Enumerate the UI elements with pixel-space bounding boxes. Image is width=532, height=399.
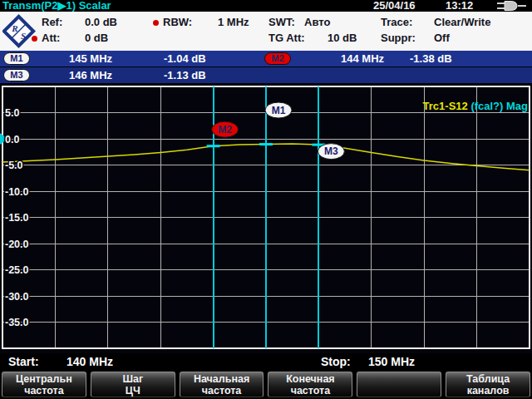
softkey-bar: Центральнчастота ШагЦЧ Начальнаячастота … xyxy=(0,370,532,399)
softkey-stop-frequency[interactable]: Конечнаячастота xyxy=(268,372,352,397)
date-text: 25/04/16 xyxy=(373,0,416,12)
softkey-cf-step[interactable]: ШагЦЧ xyxy=(91,372,175,397)
suppr-value: Off xyxy=(434,32,450,44)
att-value: 0 dB xyxy=(85,32,108,44)
y-tick-label: 5.0 xyxy=(5,107,19,119)
marker-readout-bar: M1 145 MHz -1.04 dB M2 144 MHz -1.38 dB … xyxy=(0,51,532,83)
ref-value: 0.0 dB xyxy=(85,17,117,28)
rbw-label: RBW: xyxy=(163,17,192,28)
marker-badge-m3: M3 xyxy=(3,69,30,81)
marker-badge-m1: M1 xyxy=(3,52,30,65)
softkey-channel-table[interactable]: Таблицаканалов xyxy=(446,372,530,397)
y-tick-label: -30.0 xyxy=(5,291,29,303)
marker-m1-level: -1.04 dB xyxy=(164,51,206,66)
trace-name-text: Trc1-S12 xyxy=(423,100,468,112)
marker-m3-freq: 146 MHz xyxy=(69,67,112,83)
tg-att-value: 10 dB xyxy=(328,32,357,44)
ac-plug-icon xyxy=(496,1,528,11)
att-label: Att: xyxy=(42,32,60,44)
softkey-center-frequency[interactable]: Центральнчастота xyxy=(2,372,86,397)
start-value: 140 MHz xyxy=(66,355,113,369)
title-bar: Transm(P2▶1) Scalar 25/04/16 13:12 xyxy=(0,0,532,12)
svg-text:R: R xyxy=(11,23,17,33)
instrument-screen: Transm(P2▶1) Scalar 25/04/16 13:12 R S R… xyxy=(0,0,532,399)
marker-row: M3 146 MHz -1.13 dB xyxy=(0,67,532,83)
marker-m2-freq: 144 MHz xyxy=(341,51,384,66)
trace-format-text: (fcal?) Mag xyxy=(468,100,528,112)
rbw-coupled-dot xyxy=(153,20,159,26)
marker-badge-text: M1 xyxy=(272,105,286,116)
marker-m3-level: -1.13 dB xyxy=(164,67,206,83)
marker-badge-text: M2 xyxy=(218,124,232,135)
svg-text:S: S xyxy=(21,31,26,41)
y-tick-label: -15.0 xyxy=(5,212,29,224)
chart-area: M1M2M35.00.0-5.0-10.0-15.0-20.0-25.0-30.… xyxy=(0,83,532,353)
softkey-blank[interactable] xyxy=(357,372,441,397)
stop-label: Stop: xyxy=(321,355,351,369)
mode-title: Transm(P2▶1) Scalar xyxy=(2,0,111,12)
marker-badge-m2: M2 xyxy=(264,52,291,65)
time-text: 13:12 xyxy=(446,0,473,12)
swt-label: SWT: xyxy=(268,17,295,28)
settings-header: R S Ref: 0.0 dB Att: 0 dB RBW: 1 MHz SWT… xyxy=(0,12,532,51)
y-tick-label: 0.0 xyxy=(5,134,19,145)
trace-mode-label: Trace: xyxy=(381,17,412,28)
stop-value: 150 MHz xyxy=(368,355,415,369)
y-tick-label: -10.0 xyxy=(5,186,29,198)
swt-value: Авто xyxy=(304,17,330,28)
ref-label: Ref: xyxy=(42,17,62,28)
y-tick-label: -25.0 xyxy=(5,264,29,276)
suppr-label: Suppr: xyxy=(381,32,416,44)
marker-row: M1 145 MHz -1.04 dB M2 144 MHz -1.38 dB xyxy=(0,51,532,66)
trace-label: Trc1-S12 (fcal?) Mag xyxy=(405,87,528,125)
att-coupled-dot xyxy=(32,36,37,42)
y-tick-label: -35.0 xyxy=(5,317,29,328)
start-label: Start: xyxy=(8,355,39,369)
frequency-bar: Start: 140 MHz Stop: 150 MHz xyxy=(0,353,532,370)
y-tick-label: -20.0 xyxy=(5,239,29,250)
rbw-value: 1 MHz xyxy=(218,17,249,28)
marker-m2-level: -1.38 dB xyxy=(410,51,452,66)
marker-m1-freq: 145 MHz xyxy=(69,51,112,66)
marker-trace-tick-m2 xyxy=(207,145,220,147)
tg-att-label: TG Att: xyxy=(268,32,305,44)
marker-badge-text: M3 xyxy=(324,145,338,157)
softkey-start-frequency[interactable]: Начальнаячастота xyxy=(180,372,264,397)
trace-mode-value: Clear/Write xyxy=(434,17,490,28)
marker-trace-tick-m1 xyxy=(259,143,273,145)
rs-logo-icon: R S xyxy=(2,13,36,48)
y-tick-label: -5.0 xyxy=(5,160,23,171)
